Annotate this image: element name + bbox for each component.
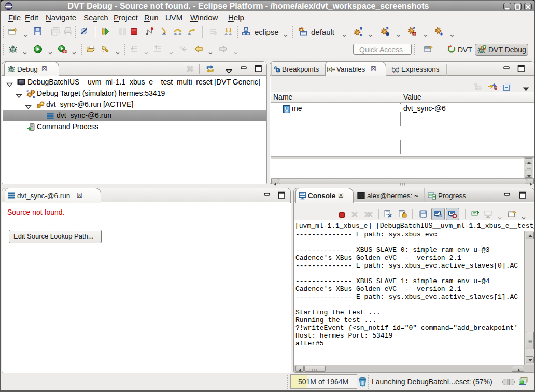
svg-text:U: U <box>285 106 288 112</box>
